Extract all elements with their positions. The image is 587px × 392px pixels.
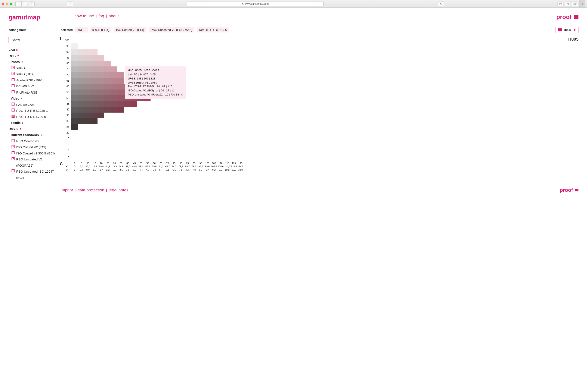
gamut-cell[interactable] — [111, 107, 117, 112]
gamut-cell[interactable] — [84, 78, 91, 84]
gamut-cell[interactable] — [111, 84, 117, 90]
gamut-cell[interactable] — [104, 61, 111, 66]
gamut-cell[interactable] — [91, 90, 98, 95]
checkbox-icon[interactable] — [12, 84, 15, 87]
gamut-cell[interactable] — [111, 66, 117, 72]
gamut-cell[interactable] — [98, 72, 104, 78]
checkbox-icon[interactable] — [12, 102, 15, 106]
new-tab-button[interactable]: + — [579, 0, 585, 8]
gamut-cell[interactable] — [71, 49, 78, 55]
gamut-cell[interactable] — [98, 112, 104, 118]
tree-rgb-photo[interactable]: Photo▼ — [11, 59, 58, 65]
gamut-cell[interactable] — [71, 55, 78, 61]
gamut-cell[interactable] — [91, 78, 98, 84]
gamut-cell[interactable] — [84, 95, 91, 101]
gamut-checkbox-item[interactable]: Rec. ITU-R BT.709-5 — [12, 114, 58, 120]
gamut-cell[interactable] — [71, 66, 78, 72]
gamut-cell[interactable] — [71, 118, 78, 124]
gamut-cell[interactable] — [98, 107, 104, 112]
privacy-report-button[interactable] — [67, 1, 73, 6]
checkbox-icon[interactable] — [12, 170, 15, 172]
gamut-cell[interactable] — [84, 61, 91, 66]
gamut-cell[interactable] — [104, 95, 111, 101]
checkbox-icon[interactable] — [12, 115, 15, 118]
checkbox-icon[interactable] — [12, 78, 15, 81]
checkbox-icon[interactable] — [12, 151, 15, 154]
gamut-cell[interactable] — [71, 61, 78, 66]
hue-selector[interactable]: H005 ▼ — [555, 27, 578, 33]
gamut-cell[interactable] — [117, 101, 124, 107]
downloads-button[interactable] — [557, 1, 563, 6]
tree-rgb[interactable]: RGB▼ — [9, 53, 58, 59]
zoom-window-icon[interactable] — [10, 2, 13, 5]
gamut-cell[interactable] — [71, 95, 78, 101]
gamut-cell[interactable] — [111, 101, 117, 107]
gamut-cell[interactable] — [104, 107, 111, 112]
gamut-checkbox-item[interactable]: sRGB — [12, 65, 58, 71]
gamut-cell[interactable] — [111, 95, 117, 101]
gamut-cell[interactable] — [91, 49, 98, 55]
gamut-cell[interactable] — [91, 101, 98, 107]
gamut-checkbox-item[interactable]: PSO Uncoated V3 (FOGRA52) — [12, 156, 58, 168]
gamut-cell[interactable] — [111, 90, 117, 95]
tree-rgb-textile[interactable]: Textile▶ — [11, 120, 58, 126]
gamut-cell[interactable] — [91, 118, 98, 124]
gamut-cell[interactable] — [124, 101, 131, 107]
gamut-cell[interactable] — [98, 66, 104, 72]
gamut-cell[interactable] — [91, 107, 98, 112]
checkbox-icon[interactable] — [12, 72, 15, 75]
footer-data-protection[interactable]: data protection — [77, 188, 104, 192]
gamut-cell[interactable] — [117, 90, 124, 95]
checkbox-icon[interactable] — [12, 90, 15, 93]
checkbox-icon[interactable] — [12, 139, 15, 142]
gamut-cell[interactable] — [111, 78, 117, 84]
gamut-cell[interactable] — [104, 90, 111, 95]
gamut-cell[interactable] — [104, 84, 111, 90]
gamut-checkbox-item[interactable]: PSO Uncoated ISO 12647 (ECI) — [12, 168, 58, 181]
gamut-cell[interactable] — [98, 101, 104, 107]
gamut-cell[interactable] — [71, 112, 78, 118]
gamut-cell[interactable] — [91, 95, 98, 101]
selected-chip[interactable]: ISO Coated V2 (ECI) — [114, 27, 146, 32]
gamut-checkbox-item[interactable]: PAL-SECAM — [12, 102, 58, 108]
gamut-cell[interactable] — [71, 124, 78, 130]
gamut-cell[interactable] — [117, 84, 124, 90]
gamut-cell[interactable] — [84, 107, 91, 112]
gamut-cell[interactable] — [84, 66, 91, 72]
gamut-cell[interactable] — [71, 78, 78, 84]
gamut-cell[interactable] — [78, 118, 84, 124]
gamut-cell[interactable] — [71, 84, 78, 90]
gamut-cell[interactable] — [91, 84, 98, 90]
reload-button[interactable]: ↻ — [438, 1, 444, 6]
gamut-cell[interactable] — [71, 90, 78, 95]
gamut-checkbox-item[interactable]: ISO Coated v2 300% (ECI) — [12, 150, 58, 156]
selected-chip[interactable]: sRGB (HEX) — [90, 27, 111, 32]
gamut-cell[interactable] — [71, 43, 78, 49]
gamut-checkbox-item[interactable]: sRGB (HEX) — [12, 71, 58, 77]
tree-cmyk[interactable]: CMYK▼ — [9, 126, 58, 132]
proof-logo[interactable]: proof — [556, 14, 578, 20]
gamut-checkbox-item[interactable]: PSO Coated v3 — [12, 138, 58, 144]
gamut-cell[interactable] — [117, 95, 124, 101]
nav-about[interactable]: about — [109, 14, 119, 18]
gamut-cell[interactable] — [78, 61, 84, 66]
selected-chip[interactable]: sRGB — [75, 27, 88, 32]
site-logo[interactable]: gamutmap — [9, 14, 40, 21]
gamut-cell[interactable] — [84, 72, 91, 78]
gamut-cell[interactable] — [104, 66, 111, 72]
gamut-cell[interactable] — [78, 95, 84, 101]
gamut-cell[interactable] — [84, 55, 91, 61]
gamut-cell[interactable] — [84, 118, 91, 124]
forward-button[interactable]: 〉 — [21, 1, 27, 6]
gamut-checkbox-item[interactable]: Rec. ITU-R BT.2020-1 — [12, 108, 58, 114]
gamut-cell[interactable] — [91, 112, 98, 118]
gamut-cell[interactable] — [98, 78, 104, 84]
gamut-cell[interactable] — [78, 112, 84, 118]
gamut-cell[interactable] — [117, 107, 124, 112]
gamut-cell[interactable] — [78, 72, 84, 78]
gamut-cell[interactable] — [91, 55, 98, 61]
gamut-cell[interactable] — [84, 101, 91, 107]
minimize-window-icon[interactable] — [6, 2, 8, 5]
gamut-cell[interactable] — [84, 84, 91, 90]
gamut-cell[interactable] — [78, 66, 84, 72]
